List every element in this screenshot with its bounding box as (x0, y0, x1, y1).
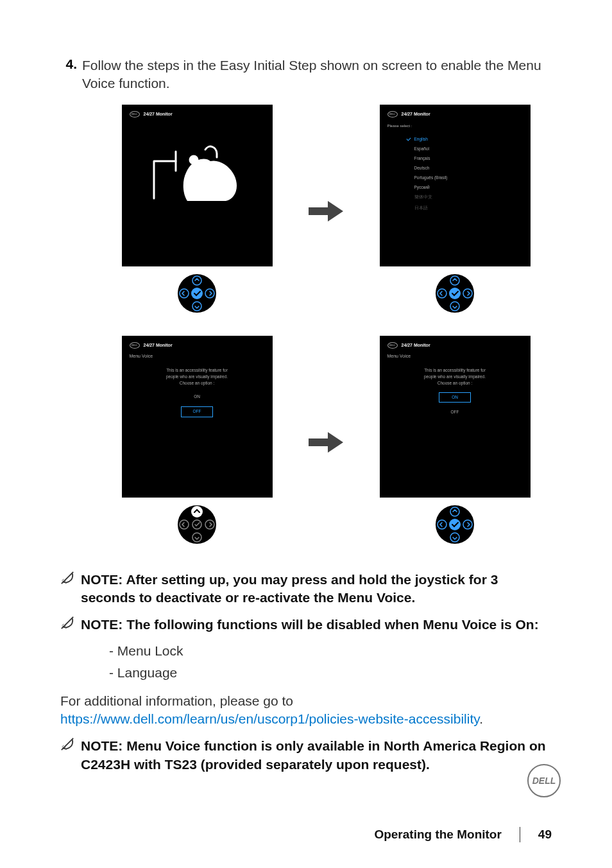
additional-info-para: For additional information, please go to… (60, 692, 552, 729)
screen-title: 24/27 Monitor (402, 112, 430, 116)
arrow-right-icon (309, 201, 343, 221)
lang-label: Русский (414, 185, 430, 189)
joystick-hand-illustration (149, 129, 245, 219)
language-list: English Español Français Deutsch Portugu… (387, 134, 523, 214)
bullet-menu-lock: - Menu Lock (109, 643, 552, 659)
footer-page-number: 49 (538, 828, 552, 842)
lang-chinese[interactable]: 簡体中文 (387, 192, 523, 203)
lang-label: English (414, 137, 428, 141)
joystick-nav-up-icon (175, 503, 219, 546)
step-number: 4. (60, 56, 82, 72)
lang-japanese[interactable]: 日本語 (387, 203, 523, 214)
option-on[interactable]: ON (181, 392, 213, 401)
screen-language: DELL 24/27 Monitor Please select : Engli… (380, 105, 531, 266)
note-icon (60, 571, 74, 585)
lang-espanol[interactable]: Español (387, 144, 523, 153)
mv-line: This is an accessibility feature for (130, 367, 265, 374)
lang-label: 簡体中文 (414, 195, 432, 200)
screen-initial: DELL 24/27 Monitor (122, 105, 273, 266)
option-on[interactable]: ON (439, 392, 471, 403)
svg-line-28 (62, 579, 64, 581)
mv-line: This is an accessibility feature for (387, 367, 523, 374)
note-icon (60, 737, 74, 751)
note-1: NOTE: After setting up, you may press an… (81, 571, 552, 607)
lang-deutsch[interactable]: Deutsch (387, 163, 523, 173)
svg-point-7 (191, 288, 203, 299)
panels-grid: DELL 24/27 Monitor (100, 105, 552, 549)
para-suffix: . (479, 711, 483, 726)
joystick-nav-icon (433, 503, 477, 546)
bullet-language: - Language (109, 665, 552, 681)
lang-label: 日本語 (414, 205, 428, 211)
screen-menu-voice-off: DELL 24/27 Monitor Menu Voice This is an… (122, 336, 273, 498)
mv-line: people who are visually impaired. (130, 374, 265, 380)
dell-logo-tiny: DELL (387, 342, 398, 349)
lang-russian[interactable]: Русский (387, 182, 523, 192)
lang-english[interactable]: English (387, 134, 523, 144)
lang-label: Português (Brasil) (414, 175, 448, 180)
lang-francais[interactable]: Français (387, 153, 523, 163)
dell-logo-tiny: DELL (130, 111, 140, 117)
para-prefix: For additional information, please go to (60, 693, 293, 708)
mv-line: people who are visually impaired. (387, 374, 523, 380)
arrow-right-icon (309, 432, 343, 453)
footer-section-title: Operating the Monitor (374, 828, 501, 842)
dell-logo-tiny: DELL (130, 342, 140, 349)
mv-line: Choose an option : (130, 380, 265, 386)
footer-separator (520, 827, 520, 842)
dell-logo-tiny: DELL (387, 111, 398, 117)
note-3: NOTE: Menu Voice function is only availa… (81, 737, 552, 774)
menu-voice-heading: Menu Voice (387, 354, 523, 358)
accessibility-link[interactable]: https://www.dell.com/learn/us/en/uscorp1… (60, 711, 479, 726)
screen-title: 24/27 Monitor (144, 343, 173, 347)
step-text: Follow the steps in the Easy Initial Ste… (82, 56, 552, 93)
dell-badge: DELL (527, 764, 561, 797)
svg-point-25 (449, 519, 461, 530)
please-select-label: Please select : (387, 124, 523, 128)
check-icon (406, 137, 411, 141)
menu-voice-heading: Menu Voice (130, 354, 265, 358)
joystick-nav-icon (433, 272, 477, 315)
lang-label: Español (414, 146, 430, 151)
lang-portugues[interactable]: Português (Brasil) (387, 173, 523, 182)
screen-menu-voice-on: DELL 24/27 Monitor Menu Voice This is an… (380, 336, 531, 498)
svg-point-19 (191, 506, 203, 517)
svg-point-13 (449, 288, 461, 299)
option-off[interactable]: OFF (439, 408, 471, 417)
joystick-nav-icon (175, 272, 219, 315)
lang-label: Deutsch (414, 166, 430, 170)
note-icon (60, 616, 74, 630)
screen-title: 24/27 Monitor (144, 112, 173, 116)
lang-label: Français (414, 156, 430, 161)
note-2: NOTE: The following functions will be di… (81, 616, 539, 634)
svg-line-31 (62, 624, 64, 626)
option-off[interactable]: OFF (181, 406, 213, 417)
screen-title: 24/27 Monitor (402, 343, 430, 347)
mv-line: Choose an option : (387, 380, 523, 386)
svg-line-34 (62, 745, 64, 747)
